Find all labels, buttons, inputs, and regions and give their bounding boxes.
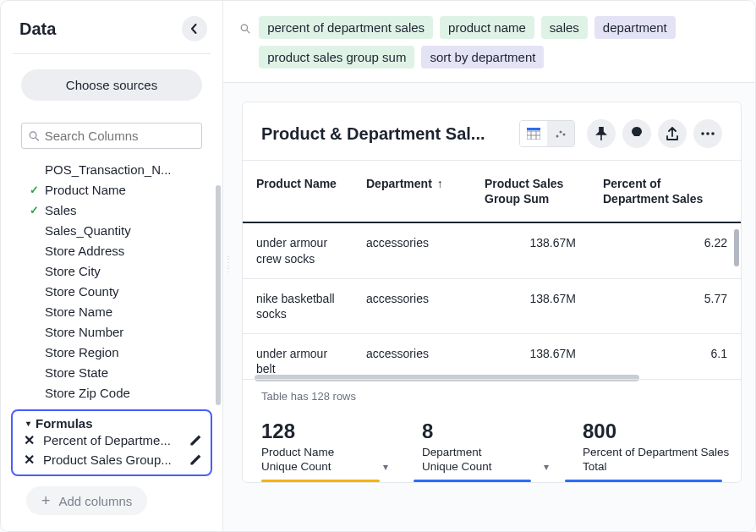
search-chip[interactable]: department: [594, 16, 676, 39]
panel-header: Product & Department Sal...: [243, 102, 741, 160]
cell-group-sum: 138.67M: [471, 278, 589, 333]
search-chip[interactable]: sort by department: [421, 46, 544, 69]
table-view-button[interactable]: [520, 121, 547, 146]
choose-sources-button[interactable]: Choose sources: [21, 69, 202, 101]
column-item[interactable]: Store City: [1, 261, 217, 281]
chevron-left-icon: [190, 24, 199, 34]
column-item[interactable]: Store Number: [1, 321, 217, 342]
search-chip[interactable]: percent of department sales: [259, 16, 433, 39]
add-columns-label: Add columns: [59, 494, 133, 508]
chart-view-button[interactable]: [547, 121, 574, 146]
summary-bar: [414, 480, 532, 482]
remove-formula-button[interactable]: ✕: [21, 452, 36, 468]
summary-value: 8: [422, 420, 549, 443]
more-button[interactable]: [693, 119, 722, 148]
column-label: Store Name: [45, 304, 112, 319]
summary-caret-icon[interactable]: [383, 459, 388, 474]
table-row[interactable]: under armour belt accessories 138.67M 6.…: [243, 334, 741, 379]
summary-bar: [261, 480, 380, 482]
column-item[interactable]: Product Name: [1, 179, 217, 200]
summary-bar: [565, 480, 722, 482]
column-header[interactable]: Department↑: [353, 161, 471, 223]
search-chip[interactable]: product name: [440, 16, 534, 39]
cell-product-name: under armour belt: [243, 334, 353, 379]
search-icon: [240, 21, 250, 36]
search-columns-box[interactable]: [21, 123, 202, 149]
table-vscrollbar[interactable]: [734, 229, 739, 266]
panel-actions: [519, 119, 722, 148]
table-row[interactable]: nike basketball socks accessories 138.67…: [243, 278, 741, 333]
column-header[interactable]: Product Sales Group Sum: [471, 161, 589, 223]
summary-label: Product Name Unique Count: [261, 445, 388, 474]
svg-point-14: [711, 132, 715, 135]
table-header-row: Product Name Department↑ Product Sales G…: [243, 161, 741, 223]
column-item[interactable]: Store Name: [1, 301, 217, 321]
column-header[interactable]: Percent of Department Sales: [589, 161, 741, 223]
pencil-icon[interactable]: [189, 434, 202, 447]
more-icon: [701, 132, 715, 135]
column-item[interactable]: Sales: [1, 200, 217, 220]
svg-point-2: [241, 25, 247, 30]
svg-point-12: [701, 132, 704, 135]
sidebar-scrollbar[interactable]: [216, 185, 221, 405]
svg-point-11: [563, 134, 566, 136]
search-chips: percent of department sales product name…: [259, 16, 737, 69]
pencil-icon[interactable]: [189, 453, 202, 467]
collapse-sidebar-button[interactable]: [182, 16, 207, 41]
add-columns-button[interactable]: + Add columns: [26, 486, 147, 515]
cell-group-sum: 138.67M: [471, 222, 589, 278]
table-wrap: Product Name Department↑ Product Sales G…: [243, 160, 741, 380]
summary-row: 128 Product Name Unique Count 8 Departme…: [243, 408, 741, 474]
svg-rect-4: [527, 128, 540, 130]
summary-bars: [243, 474, 741, 482]
share-icon: [666, 127, 678, 140]
sidebar-header: Data: [1, 1, 222, 53]
columns-list: POS_Transaction_N... Product Name Sales …: [1, 157, 222, 404]
formulas-header[interactable]: ▾ Formulas: [18, 416, 205, 431]
cell-department: accessories: [353, 334, 471, 379]
column-item[interactable]: Store Region: [1, 342, 217, 362]
formula-item[interactable]: ✕ Product Sales Group...: [18, 450, 205, 469]
column-item[interactable]: Store County: [1, 281, 217, 301]
search-chip[interactable]: product sales group sum: [259, 46, 414, 69]
formula-item[interactable]: ✕ Percent of Departme...: [18, 431, 205, 450]
column-item[interactable]: Store Address: [1, 240, 217, 261]
main: percent of department sales product name…: [223, 1, 755, 531]
column-item[interactable]: POS_Transaction_N...: [1, 159, 217, 179]
plus-icon: +: [41, 493, 51, 508]
column-header[interactable]: Product Name: [243, 161, 353, 223]
svg-point-13: [706, 132, 709, 135]
formulas-label: Formulas: [36, 416, 93, 431]
summary-caret-icon[interactable]: [544, 459, 549, 474]
column-label: Store County: [45, 284, 119, 299]
column-item[interactable]: Store Zip Code: [1, 382, 217, 403]
search-chip[interactable]: sales: [541, 16, 588, 39]
formulas-section: ▾ Formulas ✕ Percent of Departme... ✕ Pr…: [11, 409, 212, 476]
summary-card[interactable]: 800 Percent of Department Sales Total: [583, 420, 742, 474]
remove-formula-button[interactable]: ✕: [21, 432, 36, 448]
table-icon: [527, 128, 540, 140]
results-table: Product Name Department↑ Product Sales G…: [243, 160, 741, 380]
column-item[interactable]: Sales_Quantity: [1, 220, 217, 240]
resize-handle[interactable]: ⋮⋮: [223, 255, 233, 273]
pin-button[interactable]: [587, 119, 616, 148]
column-label: Store Region: [45, 345, 119, 359]
cell-percent: 6.22: [589, 222, 741, 278]
cell-group-sum: 138.67M: [471, 334, 589, 379]
summary-card[interactable]: 128 Product Name Unique Count: [261, 420, 388, 474]
column-label: POS_Transaction_N...: [45, 162, 172, 177]
divider: [13, 53, 211, 54]
table-row[interactable]: under armour crew socks accessories 138.…: [243, 222, 741, 278]
table-footer: Table has 128 rows: [243, 381, 741, 408]
share-button[interactable]: [658, 119, 687, 148]
column-item[interactable]: Store State: [1, 362, 217, 382]
column-label: Product Name: [45, 183, 126, 197]
insight-button[interactable]: [622, 119, 651, 148]
search-bar: percent of department sales product name…: [223, 1, 755, 83]
cell-percent: 5.77: [589, 278, 741, 333]
formula-label: Percent of Departme...: [43, 433, 182, 447]
summary-card[interactable]: 8 Department Unique Count: [422, 420, 549, 474]
column-label: Store Zip Code: [45, 386, 130, 400]
search-columns-input[interactable]: [45, 129, 194, 143]
column-label: Sales: [45, 203, 77, 217]
